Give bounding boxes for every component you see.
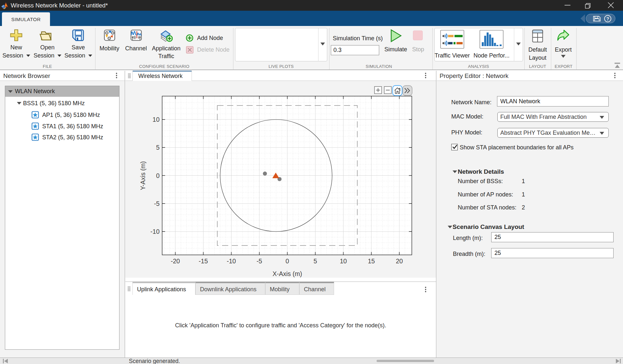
svg-text:-10: -10 [227,257,236,265]
svg-text:10: 10 [153,116,160,123]
svg-text:15: 15 [368,257,375,265]
svg-text:Y-Axis (m): Y-Axis (m) [139,161,146,190]
svg-text:0: 0 [156,172,160,179]
svg-text:-15: -15 [199,257,208,265]
svg-text:5: 5 [314,257,317,265]
svg-text:-5: -5 [256,257,262,265]
svg-text:-5: -5 [154,200,159,207]
svg-text:5: 5 [156,144,160,151]
svg-text:X-Axis (m): X-Axis (m) [273,270,302,277]
svg-text:-20: -20 [171,257,180,265]
svg-text:20: 20 [396,257,403,265]
svg-text:-10: -10 [150,228,159,235]
svg-text:0: 0 [286,257,289,265]
svg-text:10: 10 [340,257,347,265]
svg-text:?: ? [606,16,609,21]
